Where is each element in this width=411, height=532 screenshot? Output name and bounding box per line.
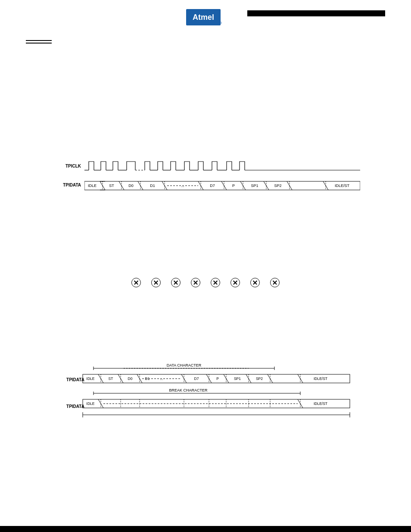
svg-text:SP1: SP1 — [251, 184, 258, 188]
cross-symbol-6 — [230, 278, 240, 287]
page-header: Atmel ® — [0, 0, 411, 31]
svg-text:IDLE/ST: IDLE/ST — [314, 376, 327, 381]
tpidata-row-1: TPIDATA — [51, 177, 360, 193]
svg-text:®: ® — [220, 22, 222, 25]
tpiclk-row: TPICLK — [51, 158, 360, 174]
svg-text:IDLE: IDLE — [87, 376, 95, 381]
cross-symbol-3 — [171, 278, 181, 287]
svg-text:ST: ST — [109, 184, 114, 188]
svg-text:P: P — [232, 184, 235, 188]
svg-text:Atmel: Atmel — [193, 13, 214, 22]
svg-text:D1: D1 — [150, 184, 155, 188]
svg-text:TPIDATA: TPIDATA — [66, 377, 84, 382]
svg-text:P: P — [216, 376, 219, 381]
svg-text:SP1: SP1 — [234, 376, 241, 381]
svg-text:IDLE/ST: IDLE/ST — [314, 401, 327, 406]
svg-text:D7: D7 — [210, 184, 215, 188]
cross-symbol-2 — [151, 278, 161, 287]
text-area-1 — [26, 50, 385, 145]
timing-diagram-1: TPICLK — [26, 158, 385, 196]
text-area-2 — [26, 209, 385, 261]
timing-diagram-2: DATA CHARACTER TPIDATA — [59, 361, 352, 435]
cross-symbols-row — [26, 278, 385, 287]
svg-text:D0: D0 — [128, 376, 133, 381]
svg-text:D7: D7 — [194, 376, 199, 381]
svg-text:SP2: SP2 — [256, 376, 263, 381]
svg-text:IDLE: IDLE — [87, 401, 95, 406]
text-area-3 — [26, 300, 385, 352]
svg-text:IDLE: IDLE — [88, 184, 97, 188]
cross-symbol-5 — [211, 278, 220, 287]
cross-symbol-1 — [131, 278, 141, 287]
top-underlines — [26, 40, 385, 44]
svg-text:...: ... — [181, 184, 184, 188]
header-black-bar — [247, 10, 385, 16]
atmel-logo: Atmel ® — [184, 8, 223, 27]
svg-text:DATA CHARACTER: DATA CHARACTER — [167, 363, 202, 367]
underline-1 — [26, 40, 52, 41]
tpiclk-waveform — [84, 158, 360, 174]
cross-symbol-8 — [270, 278, 280, 287]
underline-2 — [26, 43, 52, 44]
svg-text:TPIDATA: TPIDATA — [66, 404, 84, 409]
tpidata-waveform-1: IDLE ST D0 D1 ... D7 P SP1 SP2 IDLE/ST — [84, 177, 360, 193]
svg-text:ST: ST — [109, 376, 113, 381]
cross-symbol-7 — [250, 278, 260, 287]
tpidata-label-1: TPIDATA — [51, 183, 81, 187]
cross-symbol-4 — [191, 278, 200, 287]
tpiclk-label: TPICLK — [51, 164, 81, 168]
footer-bar — [0, 526, 411, 532]
svg-text:SP2: SP2 — [274, 184, 281, 188]
svg-text:IDLE/ST: IDLE/ST — [335, 184, 350, 188]
diagram2-svg: DATA CHARACTER TPIDATA — [59, 361, 352, 434]
svg-text:D0: D0 — [128, 184, 134, 188]
svg-text:BREAK CHARACTER: BREAK CHARACTER — [169, 388, 208, 392]
page-content: TPICLK — [0, 31, 411, 452]
svg-text:...: ... — [160, 376, 163, 381]
svg-text:D1: D1 — [145, 376, 150, 381]
